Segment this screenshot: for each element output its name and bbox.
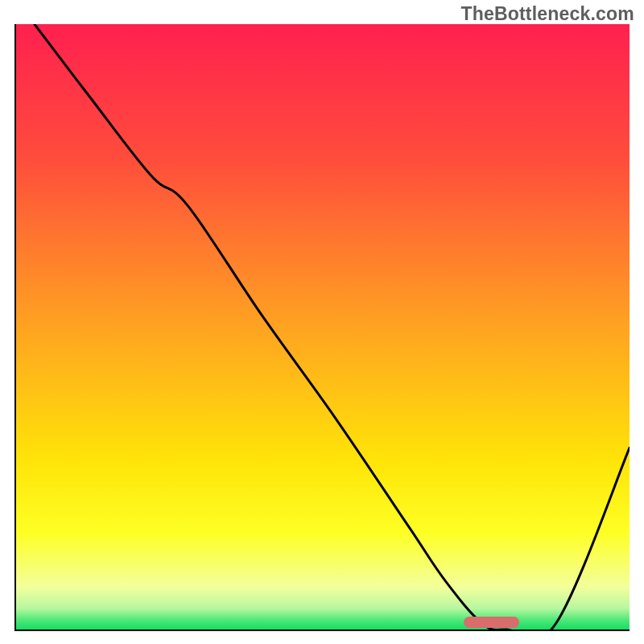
chart-container: TheBottleneck.com — [0, 0, 644, 644]
optimal-range-marker — [464, 617, 519, 628]
bottleneck-curve — [16, 24, 630, 630]
plot-area — [14, 24, 630, 631]
watermark-text: TheBottleneck.com — [460, 3, 634, 25]
